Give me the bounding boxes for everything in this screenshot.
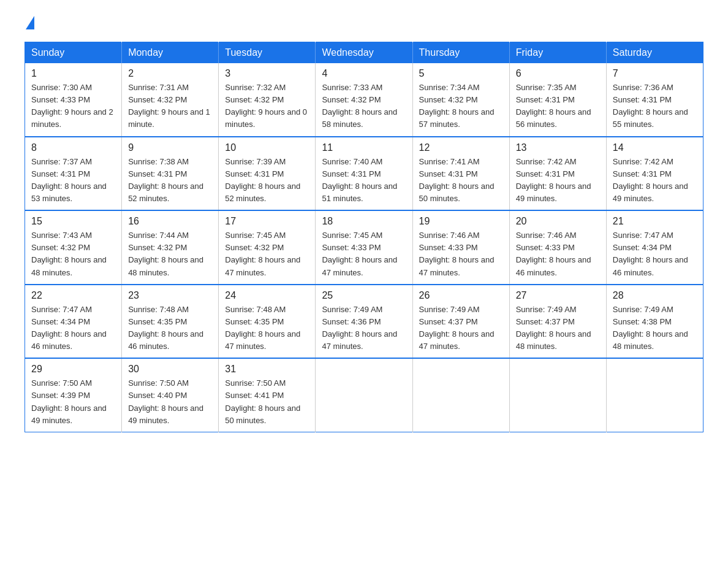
calendar-cell: 5Sunrise: 7:34 AMSunset: 4:32 PMDaylight…	[412, 63, 509, 137]
day-number: 18	[322, 216, 406, 227]
week-row-3: 15Sunrise: 7:43 AMSunset: 4:32 PMDayligh…	[25, 210, 703, 285]
calendar-cell: 4Sunrise: 7:33 AMSunset: 4:32 PMDaylight…	[316, 63, 412, 137]
day-info: Sunrise: 7:46 AMSunset: 4:33 PMDaylight:…	[516, 229, 600, 279]
calendar-cell: 23Sunrise: 7:48 AMSunset: 4:35 PMDayligh…	[122, 285, 219, 359]
calendar-cell: 11Sunrise: 7:40 AMSunset: 4:31 PMDayligh…	[316, 137, 412, 211]
day-info: Sunrise: 7:48 AMSunset: 4:35 PMDaylight:…	[128, 304, 212, 353]
day-info: Sunrise: 7:42 AMSunset: 4:31 PMDaylight:…	[516, 156, 600, 205]
day-info: Sunrise: 7:49 AMSunset: 4:38 PMDaylight:…	[613, 304, 697, 353]
day-number: 8	[31, 142, 115, 153]
day-number: 21	[613, 216, 697, 227]
day-number: 31	[225, 364, 309, 375]
day-number: 15	[31, 216, 115, 227]
day-info: Sunrise: 7:31 AMSunset: 4:32 PMDaylight:…	[128, 82, 212, 131]
day-number: 11	[322, 142, 406, 153]
day-info: Sunrise: 7:36 AMSunset: 4:31 PMDaylight:…	[613, 82, 697, 131]
header-tuesday: Tuesday	[219, 42, 316, 64]
calendar-cell	[509, 358, 606, 432]
day-number: 27	[516, 290, 600, 301]
header-saturday: Saturday	[606, 42, 703, 64]
calendar-cell: 10Sunrise: 7:39 AMSunset: 4:31 PMDayligh…	[219, 137, 316, 211]
day-number: 4	[322, 68, 406, 79]
day-number: 28	[613, 290, 697, 301]
day-info: Sunrise: 7:49 AMSunset: 4:36 PMDaylight:…	[322, 304, 406, 353]
day-info: Sunrise: 7:38 AMSunset: 4:31 PMDaylight:…	[128, 156, 212, 205]
calendar-cell	[606, 358, 703, 432]
day-number: 3	[225, 68, 309, 79]
week-row-2: 8Sunrise: 7:37 AMSunset: 4:31 PMDaylight…	[25, 137, 703, 211]
day-info: Sunrise: 7:48 AMSunset: 4:35 PMDaylight:…	[225, 304, 309, 353]
day-info: Sunrise: 7:33 AMSunset: 4:32 PMDaylight:…	[322, 82, 406, 131]
day-info: Sunrise: 7:32 AMSunset: 4:32 PMDaylight:…	[225, 82, 309, 131]
day-number: 7	[613, 68, 697, 79]
day-number: 22	[31, 290, 115, 301]
calendar-cell: 8Sunrise: 7:37 AMSunset: 4:31 PMDaylight…	[25, 137, 122, 211]
day-info: Sunrise: 7:45 AMSunset: 4:33 PMDaylight:…	[322, 229, 406, 279]
calendar-cell: 12Sunrise: 7:41 AMSunset: 4:31 PMDayligh…	[412, 137, 509, 211]
day-number: 25	[322, 290, 406, 301]
calendar-cell: 2Sunrise: 7:31 AMSunset: 4:32 PMDaylight…	[122, 63, 219, 137]
day-number: 23	[128, 290, 212, 301]
day-number: 13	[516, 142, 600, 153]
day-number: 30	[128, 364, 212, 375]
day-info: Sunrise: 7:49 AMSunset: 4:37 PMDaylight:…	[516, 304, 600, 353]
day-info: Sunrise: 7:50 AMSunset: 4:41 PMDaylight:…	[225, 377, 309, 427]
day-number: 17	[225, 216, 309, 227]
day-number: 9	[128, 142, 212, 153]
day-info: Sunrise: 7:39 AMSunset: 4:31 PMDaylight:…	[225, 156, 309, 205]
day-info: Sunrise: 7:37 AMSunset: 4:31 PMDaylight:…	[31, 156, 115, 205]
day-info: Sunrise: 7:43 AMSunset: 4:32 PMDaylight:…	[31, 229, 115, 279]
day-info: Sunrise: 7:49 AMSunset: 4:37 PMDaylight:…	[419, 304, 503, 353]
day-number: 20	[516, 216, 600, 227]
calendar-cell: 31Sunrise: 7:50 AMSunset: 4:41 PMDayligh…	[219, 358, 316, 432]
calendar-cell: 26Sunrise: 7:49 AMSunset: 4:37 PMDayligh…	[412, 285, 509, 359]
calendar-table: SundayMondayTuesdayWednesdayThursdayFrid…	[25, 42, 703, 432]
header-wednesday: Wednesday	[316, 42, 412, 64]
day-number: 1	[31, 68, 115, 79]
header-friday: Friday	[509, 42, 606, 64]
day-number: 19	[419, 216, 503, 227]
day-number: 10	[225, 142, 309, 153]
calendar-cell: 24Sunrise: 7:48 AMSunset: 4:35 PMDayligh…	[219, 285, 316, 359]
day-number: 24	[225, 290, 309, 301]
calendar-cell: 15Sunrise: 7:43 AMSunset: 4:32 PMDayligh…	[25, 210, 122, 285]
calendar-cell: 3Sunrise: 7:32 AMSunset: 4:32 PMDaylight…	[219, 63, 316, 137]
day-number: 29	[31, 364, 115, 375]
logo-triangle-icon	[26, 16, 34, 29]
week-row-4: 22Sunrise: 7:47 AMSunset: 4:34 PMDayligh…	[25, 285, 703, 359]
calendar-cell: 16Sunrise: 7:44 AMSunset: 4:32 PMDayligh…	[122, 210, 219, 285]
logo	[25, 18, 34, 29]
week-row-5: 29Sunrise: 7:50 AMSunset: 4:39 PMDayligh…	[25, 358, 703, 432]
calendar-cell: 14Sunrise: 7:42 AMSunset: 4:31 PMDayligh…	[606, 137, 703, 211]
week-row-1: 1Sunrise: 7:30 AMSunset: 4:33 PMDaylight…	[25, 63, 703, 137]
calendar-cell	[412, 358, 509, 432]
calendar-cell: 6Sunrise: 7:35 AMSunset: 4:31 PMDaylight…	[509, 63, 606, 137]
calendar-cell: 13Sunrise: 7:42 AMSunset: 4:31 PMDayligh…	[509, 137, 606, 211]
calendar-cell: 22Sunrise: 7:47 AMSunset: 4:34 PMDayligh…	[25, 285, 122, 359]
calendar-cell: 7Sunrise: 7:36 AMSunset: 4:31 PMDaylight…	[606, 63, 703, 137]
calendar-cell: 21Sunrise: 7:47 AMSunset: 4:34 PMDayligh…	[606, 210, 703, 285]
day-number: 6	[516, 68, 600, 79]
page-header	[25, 18, 703, 29]
day-number: 12	[419, 142, 503, 153]
header-monday: Monday	[122, 42, 219, 64]
day-info: Sunrise: 7:50 AMSunset: 4:39 PMDaylight:…	[31, 377, 115, 427]
calendar-cell: 29Sunrise: 7:50 AMSunset: 4:39 PMDayligh…	[25, 358, 122, 432]
header-sunday: Sunday	[25, 42, 122, 64]
day-info: Sunrise: 7:30 AMSunset: 4:33 PMDaylight:…	[31, 82, 115, 131]
day-info: Sunrise: 7:47 AMSunset: 4:34 PMDaylight:…	[613, 229, 697, 279]
calendar-cell: 30Sunrise: 7:50 AMSunset: 4:40 PMDayligh…	[122, 358, 219, 432]
day-info: Sunrise: 7:35 AMSunset: 4:31 PMDaylight:…	[516, 82, 600, 131]
day-info: Sunrise: 7:40 AMSunset: 4:31 PMDaylight:…	[322, 156, 406, 205]
day-number: 14	[613, 142, 697, 153]
day-info: Sunrise: 7:41 AMSunset: 4:31 PMDaylight:…	[419, 156, 503, 205]
calendar-cell: 17Sunrise: 7:45 AMSunset: 4:32 PMDayligh…	[219, 210, 316, 285]
day-info: Sunrise: 7:44 AMSunset: 4:32 PMDaylight:…	[128, 229, 212, 279]
calendar-cell: 25Sunrise: 7:49 AMSunset: 4:36 PMDayligh…	[316, 285, 412, 359]
calendar-cell: 9Sunrise: 7:38 AMSunset: 4:31 PMDaylight…	[122, 137, 219, 211]
day-info: Sunrise: 7:50 AMSunset: 4:40 PMDaylight:…	[128, 377, 212, 427]
day-info: Sunrise: 7:42 AMSunset: 4:31 PMDaylight:…	[613, 156, 697, 205]
day-info: Sunrise: 7:47 AMSunset: 4:34 PMDaylight:…	[31, 304, 115, 353]
calendar-cell: 19Sunrise: 7:46 AMSunset: 4:33 PMDayligh…	[412, 210, 509, 285]
calendar-cell: 18Sunrise: 7:45 AMSunset: 4:33 PMDayligh…	[316, 210, 412, 285]
